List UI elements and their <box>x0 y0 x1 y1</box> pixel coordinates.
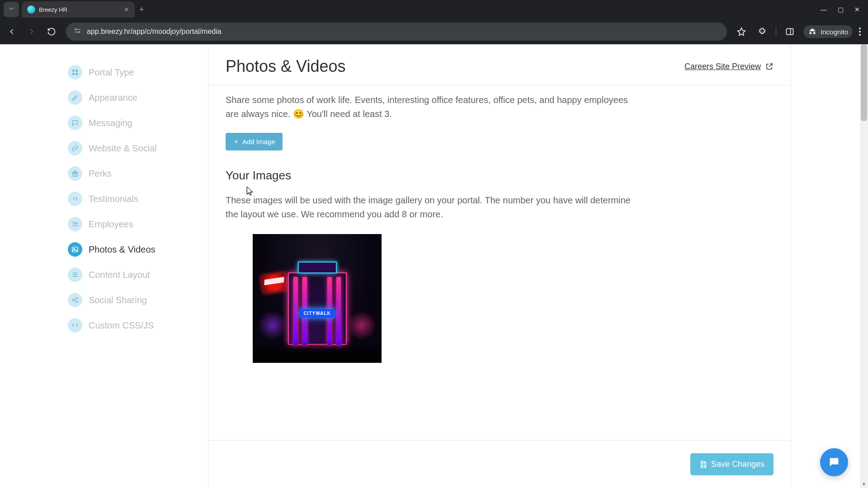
tab-search-button[interactable] <box>4 2 19 17</box>
svg-rect-5 <box>72 73 75 75</box>
gift-icon <box>68 166 82 181</box>
layout-icon <box>68 267 82 282</box>
add-image-section: Add an Image Share some photos of work l… <box>226 85 774 150</box>
chat-widget-button[interactable] <box>820 448 848 476</box>
add-image-button-label: Add Image <box>242 138 275 145</box>
address-bar[interactable]: app.breezy.hr/app/c/moodjoy/portal/media <box>66 23 727 41</box>
sidebar: Portal TypeAppearanceMessagingWebsite & … <box>68 44 208 488</box>
sidebar-item-custom-css-js[interactable]: Custom CSS/JS <box>68 313 208 338</box>
main-column: Photos & Videos Careers Site Preview Add… <box>208 44 791 488</box>
preview-link-label: Careers Site Preview <box>684 62 761 71</box>
quote-icon <box>68 192 82 206</box>
sidebar-item-label: Website & Social <box>89 143 157 154</box>
close-window-button[interactable]: ✕ <box>854 6 860 13</box>
tab-favicon-icon <box>27 5 35 14</box>
sidebar-item-employees[interactable]: Employees <box>68 211 208 237</box>
back-button[interactable] <box>5 24 19 39</box>
save-button-label: Save Changes <box>711 460 764 469</box>
svg-rect-6 <box>75 73 78 75</box>
reload-button[interactable] <box>44 24 59 39</box>
extensions-icon[interactable] <box>755 24 769 39</box>
svg-point-10 <box>76 222 77 224</box>
tab-close-icon[interactable]: ✕ <box>124 6 129 13</box>
code-icon <box>68 318 82 333</box>
content-scroll-area[interactable]: Add an Image Share some photos of work l… <box>208 85 791 441</box>
image-gallery: CITYWALK <box>226 234 774 363</box>
footer-bar: Save Changes <box>208 441 791 488</box>
bookmark-icon[interactable] <box>734 24 749 39</box>
page-scrollbar[interactable]: ▼ <box>860 44 868 488</box>
tab-title: Breezy HR <box>39 6 120 13</box>
chat-icon <box>828 456 840 469</box>
sidebar-item-messaging[interactable]: Messaging <box>68 110 208 136</box>
svg-rect-2 <box>787 28 793 34</box>
browser-chrome: Breezy HR ✕ + — ▢ ✕ app.breezy.hr/app/c/… <box>0 0 868 44</box>
sidebar-item-label: Employees <box>89 219 133 230</box>
add-image-description: Share some photos of work life. Events, … <box>226 93 642 121</box>
your-images-section: Your Images These images will be used wi… <box>226 169 774 363</box>
sidebar-item-label: Perks <box>89 169 112 179</box>
image-icon <box>68 242 82 257</box>
sidebar-item-perks[interactable]: Perks <box>68 161 208 186</box>
incognito-indicator[interactable]: Incognito <box>803 25 853 38</box>
your-images-heading: Your Images <box>226 169 774 183</box>
maximize-button[interactable]: ▢ <box>838 6 844 13</box>
thumbnail-content: CITYWALK <box>253 234 382 363</box>
sidebar-item-portal-type[interactable]: Portal Type <box>68 60 208 85</box>
sidebar-item-label: Testimonials <box>89 194 138 204</box>
page-title: Photos & Videos <box>226 57 346 76</box>
share-icon <box>68 293 82 307</box>
svg-rect-4 <box>75 70 78 72</box>
grid-icon <box>68 65 82 80</box>
sidebar-item-label: Photos & Videos <box>89 244 156 255</box>
forward-button[interactable] <box>24 24 39 39</box>
sidebar-item-testimonials[interactable]: Testimonials <box>68 186 208 211</box>
svg-rect-11 <box>72 247 78 252</box>
sidebar-item-label: Social Sharing <box>89 295 147 305</box>
sidebar-item-website-social[interactable]: Website & Social <box>68 136 208 161</box>
app-page: Portal TypeAppearanceMessagingWebsite & … <box>0 44 868 488</box>
sidebar-item-label: Messaging <box>89 118 132 128</box>
external-link-icon <box>765 62 774 70</box>
svg-point-1 <box>78 32 80 33</box>
save-changes-button[interactable]: Save Changes <box>690 453 774 475</box>
plus-icon: ＋ <box>233 137 240 146</box>
window-controls: — ▢ ✕ <box>821 6 868 13</box>
sidebar-item-social-sharing[interactable]: Social Sharing <box>68 287 208 313</box>
sidebar-item-label: Portal Type <box>89 67 134 78</box>
new-tab-button[interactable]: + <box>139 5 144 14</box>
neon-sign-text: CITYWALK <box>300 309 334 318</box>
sidepanel-icon[interactable] <box>783 24 797 39</box>
sidebar-item-label: Custom CSS/JS <box>89 320 154 331</box>
svg-point-9 <box>73 222 75 224</box>
tab-strip: Breezy HR ✕ + — ▢ ✕ <box>0 0 868 19</box>
site-settings-icon[interactable] <box>73 27 81 37</box>
message-icon <box>68 116 82 130</box>
users-icon <box>68 217 82 231</box>
svg-point-0 <box>75 29 76 30</box>
sidebar-item-appearance[interactable]: Appearance <box>68 85 208 110</box>
main-header: Photos & Videos Careers Site Preview <box>208 44 791 85</box>
incognito-icon <box>808 27 817 36</box>
sidebar-item-label: Appearance <box>89 93 137 103</box>
your-images-description: These images will be used with the image… <box>226 193 642 221</box>
sidebar-item-photos-videos[interactable]: Photos & Videos <box>68 237 208 262</box>
minimize-button[interactable]: — <box>821 6 827 13</box>
careers-preview-link[interactable]: Careers Site Preview <box>684 62 774 71</box>
browser-toolbar: app.breezy.hr/app/c/moodjoy/portal/media… <box>0 19 868 44</box>
image-thumbnail[interactable]: CITYWALK <box>253 234 382 363</box>
scrollbar-down-arrow-icon[interactable]: ▼ <box>860 480 868 488</box>
sidebar-item-label: Content Layout <box>89 270 150 280</box>
brush-icon <box>68 90 82 105</box>
save-icon <box>699 460 708 469</box>
browser-menu-button[interactable] <box>859 28 861 36</box>
browser-tab[interactable]: Breezy HR ✕ <box>22 1 135 18</box>
svg-rect-3 <box>72 70 75 72</box>
link-icon <box>68 141 82 155</box>
url-text: app.breezy.hr/app/c/moodjoy/portal/media <box>87 28 222 36</box>
add-image-button[interactable]: ＋ Add Image <box>226 133 283 150</box>
sidebar-item-content-layout[interactable]: Content Layout <box>68 262 208 287</box>
incognito-label: Incognito <box>821 28 848 36</box>
scrollbar-thumb[interactable] <box>861 44 867 121</box>
